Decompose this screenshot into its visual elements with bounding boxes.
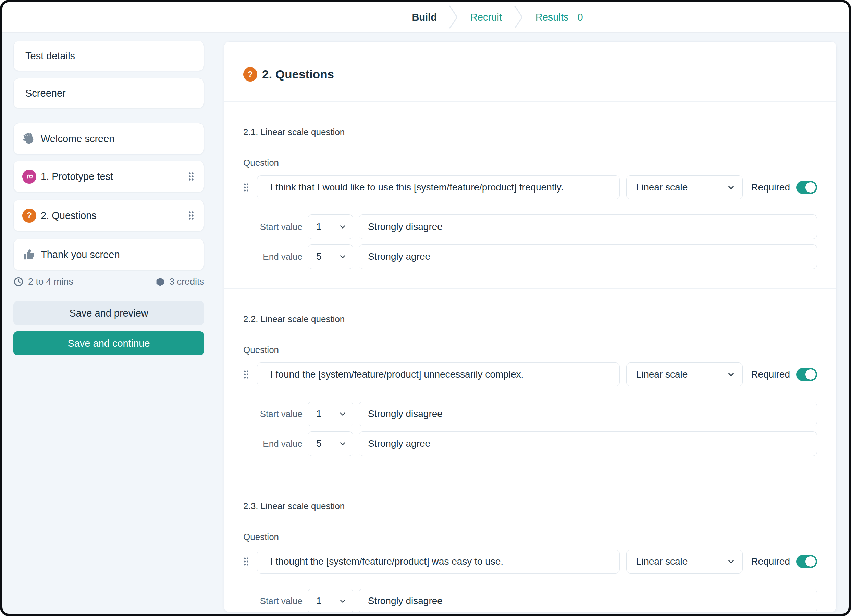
section-label: 2.1. Linear scale question (243, 127, 817, 137)
question-text-input[interactable] (257, 362, 620, 386)
save-and-continue-button[interactable]: Save and continue (14, 331, 204, 355)
sidebar-item-label: 1. Prototype test (41, 171, 113, 182)
start-value-row: Start value 1 (243, 589, 817, 612)
question-block-2-2: 2.2. Linear scale question Question Line… (243, 314, 817, 476)
chevron-down-icon (338, 597, 347, 605)
thumbs-up-icon (22, 248, 36, 262)
sidebar-item-prototype-test[interactable]: 1. Prototype test (14, 161, 204, 192)
question-block-2-1: 2.1. Linear scale question Question Line… (243, 127, 817, 289)
drag-handle-icon[interactable] (188, 211, 194, 220)
question-row: Linear scale Required (243, 176, 817, 200)
end-value-label: End value (258, 439, 302, 449)
start-label-input[interactable] (359, 215, 817, 239)
end-value-select[interactable]: 5 (308, 244, 353, 269)
clock-icon (14, 276, 24, 287)
top-bar: Build Recruit Results0 (2, 2, 849, 33)
sidebar-item-label: Test details (26, 50, 75, 62)
chevron-down-icon (727, 557, 735, 566)
start-value-select[interactable]: 1 (308, 215, 353, 239)
sidebar-item-welcome-screen[interactable]: Welcome screen (14, 123, 204, 155)
duration-label: 2 to 4 mins (28, 276, 73, 287)
start-value-select[interactable]: 1 (308, 589, 353, 612)
chevron-down-icon (727, 183, 735, 192)
divider (224, 288, 836, 289)
maze-logo-icon (22, 170, 36, 183)
question-field-label: Question (243, 532, 817, 542)
tab-results-label: Results (535, 12, 569, 23)
chevron-right-icon (514, 5, 523, 29)
question-type-select[interactable]: Linear scale (626, 176, 743, 200)
required-toggle[interactable] (796, 555, 817, 568)
question-mark-icon: ? (22, 209, 36, 223)
drag-handle-icon[interactable] (243, 183, 249, 192)
sidebar-item-label: 2. Questions (41, 210, 96, 221)
section-label: 2.2. Linear scale question (243, 314, 817, 324)
chevron-right-icon (449, 5, 458, 29)
panel-header: ? 2. Questions (243, 42, 817, 101)
toggle-knob (806, 556, 816, 566)
sidebar-item-label: Thank you screen (41, 249, 120, 260)
required-toggle[interactable] (796, 181, 817, 194)
end-label-input[interactable] (359, 431, 817, 456)
required-label: Required (751, 369, 790, 380)
start-value-label: Start value (258, 222, 302, 232)
wave-hand-icon (22, 132, 36, 146)
section-label: 2.3. Linear scale question (243, 501, 817, 511)
sidebar-item-thank-you-screen[interactable]: Thank you screen (14, 239, 204, 270)
end-value: 5 (316, 438, 322, 449)
question-row: Linear scale Required (243, 550, 817, 574)
drag-handle-icon[interactable] (243, 557, 249, 566)
end-label-input[interactable] (359, 244, 817, 269)
start-value-row: Start value 1 (243, 215, 817, 239)
questions-panel: ? 2. Questions 2.1. Linear scale questio… (224, 42, 837, 612)
end-value-select[interactable]: 5 (308, 431, 353, 456)
credits-label: 3 credits (169, 276, 204, 287)
question-type-value: Linear scale (636, 556, 687, 567)
tab-recruit[interactable]: Recruit (471, 12, 502, 22)
chevron-down-icon (338, 223, 347, 231)
start-label-input[interactable] (359, 589, 817, 612)
divider (224, 101, 836, 102)
question-text-input[interactable] (257, 176, 620, 200)
sidebar-item-test-details[interactable]: Test details (14, 41, 204, 71)
start-value-row: Start value 1 (243, 401, 817, 426)
required-label: Required (751, 556, 790, 567)
question-type-select[interactable]: Linear scale (626, 550, 743, 574)
required-toggle[interactable] (796, 368, 817, 381)
start-value: 1 (316, 595, 322, 606)
sidebar: Test details Screener Welcome scre (14, 41, 204, 355)
question-text-input[interactable] (257, 550, 620, 574)
required-label: Required (751, 182, 790, 193)
results-count: 0 (577, 12, 583, 23)
sidebar-item-questions[interactable]: ? 2. Questions (14, 200, 204, 231)
tab-results[interactable]: Results0 (535, 12, 583, 22)
start-label-input[interactable] (359, 401, 817, 426)
question-row: Linear scale Required (243, 362, 817, 386)
question-block-2-3: 2.3. Linear scale question Question Line… (243, 501, 817, 612)
question-field-label: Question (243, 345, 817, 355)
question-mark-icon: ? (243, 67, 257, 81)
chevron-down-icon (338, 410, 347, 418)
drag-handle-icon[interactable] (188, 172, 194, 181)
app-window: Build Recruit Results0 Test details Scre… (0, 0, 851, 616)
hexagon-icon (156, 277, 165, 286)
sidebar-item-label: Screener (26, 88, 66, 99)
end-value: 5 (316, 251, 322, 262)
toggle-knob (806, 182, 816, 192)
tab-build[interactable]: Build (412, 12, 437, 22)
start-value: 1 (316, 409, 322, 419)
start-value-label: Start value (258, 409, 302, 419)
sidebar-item-screener[interactable]: Screener (14, 78, 204, 108)
chevron-down-icon (338, 252, 347, 261)
toggle-knob (806, 369, 816, 380)
start-value: 1 (316, 221, 322, 232)
divider (224, 476, 836, 476)
end-value-row: End value 5 (243, 244, 817, 269)
start-value-select[interactable]: 1 (308, 401, 353, 426)
end-value-row: End value 5 (243, 431, 817, 456)
save-and-preview-button[interactable]: Save and preview (14, 301, 204, 325)
question-type-select[interactable]: Linear scale (626, 362, 743, 386)
drag-handle-icon[interactable] (243, 370, 249, 379)
breadcrumb: Build Recruit Results0 (412, 5, 583, 29)
test-meta-row: 2 to 4 mins 3 credits (14, 275, 204, 288)
